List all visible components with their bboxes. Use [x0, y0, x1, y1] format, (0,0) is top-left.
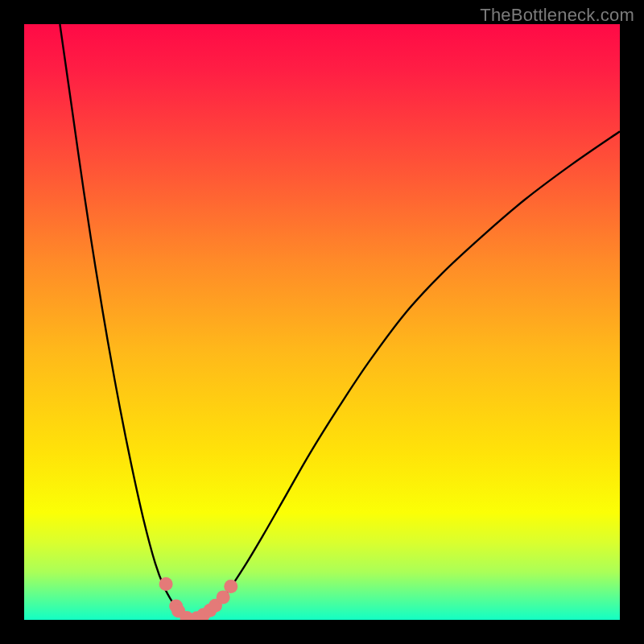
- curve-right-branch: [191, 131, 620, 619]
- marker-point: [159, 577, 173, 591]
- watermark-text: TheBottleneck.com: [480, 5, 634, 26]
- bottleneck-curve-svg: [24, 24, 620, 620]
- curve-left-branch: [60, 24, 191, 619]
- chart-plot-area: [24, 24, 620, 620]
- marker-point: [224, 580, 237, 593]
